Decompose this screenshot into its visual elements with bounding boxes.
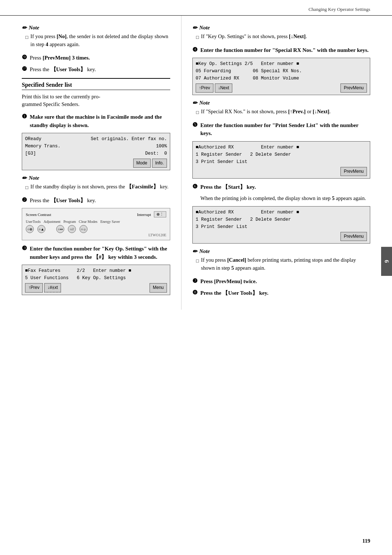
pencil-icon-4: ✏ — [192, 99, 197, 106]
note-4: ✏ Note □ If "Special RX Nos." is not sho… — [192, 99, 370, 116]
lcd-btn-prev3: ↑Prev — [196, 83, 213, 93]
panel-buttons-row: ○⊗ ○▲ ○⇔ ○// ○☼ — [26, 225, 166, 233]
checkbox-icon-4: □ — [196, 109, 199, 116]
energy-saver-btn: ○☼ — [79, 225, 87, 233]
chapter-tab: 6 — [381, 247, 392, 276]
lcd-btn-info: Info. — [152, 159, 167, 168]
step-5-text: Enter the function number for "Print Sen… — [200, 121, 370, 138]
step-3: ❸ Enter the function number for "Key Op.… — [22, 245, 170, 261]
note-5: ✏ Note □ If you press [Cancel] before pr… — [192, 248, 370, 272]
step-5-num: ❺ — [192, 121, 199, 128]
step-6-num: ❻ — [192, 183, 199, 190]
checkbox-icon-5: □ — [196, 257, 199, 265]
pencil-icon-5: ✏ — [192, 248, 197, 255]
step-6: ❻ Press the 【Start】 key. — [192, 183, 370, 191]
section-title: Specified Sender list — [22, 82, 170, 90]
step-3-text: Enter the function number for "Key Op. S… — [30, 245, 170, 261]
step-4-num: ❹ — [192, 46, 199, 53]
checkbox-icon-3: □ — [196, 34, 199, 41]
step-2-num: ❷ — [22, 196, 28, 203]
step-10-num: ❿ — [22, 65, 28, 72]
lcd-screen-4: ■Authorized RX Enter number ■ 1 Register… — [192, 141, 370, 179]
panel-credit: LTWO120E — [26, 233, 166, 237]
note-5-item-1: □ If you press [Cancel] before printing … — [196, 256, 370, 272]
note-4-title: ✏ Note — [192, 99, 370, 106]
adjustment-btn: ○▲ — [37, 225, 45, 233]
checkbox-icon-2: □ — [25, 184, 28, 191]
main-content: ✏ Note □ If you press [No], the sender i… — [0, 16, 392, 310]
panel-labels: UserTools Adjustment Program Clear Modes… — [26, 220, 166, 224]
pencil-icon: ✏ — [22, 24, 26, 31]
step-5: ❺ Enter the function number for "Print S… — [192, 121, 370, 138]
control-panel: Screen Contrast Interrupt ⊕⋮ UserTools A… — [22, 208, 170, 240]
interrupt-icon: ⊕⋮ — [154, 211, 166, 217]
note-3: ✏ Note □ If "Key Op. Settings" is not sh… — [192, 24, 370, 41]
step-1-text: Make sure that the machine is in Facsimi… — [30, 113, 170, 129]
step-4-text: Enter the function number for "Special R… — [200, 46, 368, 54]
section-divider — [22, 78, 170, 79]
page-number: 119 — [362, 538, 370, 544]
step-2: ❷ Press the 【User Tools】 key. — [22, 196, 170, 205]
note-1: ✏ Note □ If you press [No], the sender i… — [22, 24, 170, 49]
step-9-text: Press [PrevMenu] 3 times. — [30, 54, 90, 62]
step-8-text: Press the 【User Tools】 key. — [200, 289, 268, 297]
lcd-screen-5: ■Authorized RX Enter number ■ 1 Register… — [192, 206, 370, 244]
lcd-btn-prev2: ↑Prev — [25, 283, 43, 293]
step-9: ❾ Press [PrevMenu] 3 times. — [22, 54, 170, 62]
lcd-btn-prevmenu3: PrevMenu — [340, 83, 367, 93]
lcd-screen-2: ■Fax Features 2/2 Enter number ■ 5 User … — [22, 265, 170, 295]
lcd-btn-menu2: Menu — [150, 283, 167, 293]
note-2-item-1: □ If the standby display is not shown, p… — [25, 183, 170, 191]
pencil-icon-2: ✏ — [22, 175, 26, 181]
note-5-title: ✏ Note — [192, 248, 370, 255]
section-desc: Print this list to see the currently pro… — [22, 93, 170, 109]
right-column: ✏ Note □ If "Key Op. Settings" is not sh… — [181, 16, 392, 310]
pencil-icon-3: ✏ — [192, 24, 197, 31]
step-10-text: Press the 【User Tools】 key. — [30, 65, 96, 74]
screen-contrast-label: Screen Contrast — [26, 212, 51, 217]
step-1: ❶ Make sure that the machine is in Facsi… — [22, 113, 170, 129]
note-3-item-1: □ If "Key Op. Settings" is not shown, pr… — [196, 33, 370, 41]
step-7-num: ❼ — [192, 277, 199, 284]
lcd-btn-next3: ↓Next — [215, 83, 233, 93]
note-2-title: ✏ Note — [22, 175, 170, 181]
step-8: ❽ Press the 【User Tools】 key. — [192, 289, 370, 297]
lcd-btn-prevmenu5: PrevMenu — [340, 232, 367, 241]
note-1-title: ✏ Note — [22, 24, 170, 31]
note-3-title: ✏ Note — [192, 24, 370, 31]
program-btn: ○⇔ — [56, 225, 64, 233]
lcd-screen-3: ■Key Op. Settings 2/5 Enter number ■ 05 … — [192, 58, 370, 95]
step-6-text: Press the 【Start】 key. — [200, 183, 256, 191]
left-column: ✏ Note □ If you press [No], the sender i… — [0, 16, 181, 310]
lcd-screen-1: OReady Set originals. Enter fax no. Memo… — [22, 133, 170, 170]
step-6-desc: When the printing job is completed, the … — [200, 195, 370, 203]
lcd-btn-mode: Mode — [133, 159, 151, 168]
checkbox-icon: □ — [25, 34, 28, 41]
step-1-num: ❶ — [22, 113, 28, 120]
step-7-text: Press [PrevMenu] twice. — [200, 277, 257, 286]
step-3-num: ❸ — [22, 245, 28, 252]
note-4-item-1: □ If "Special RX Nos." is not shown, pre… — [196, 108, 370, 116]
interrupt-label: Interrupt — [137, 212, 151, 217]
page-header: Changing Key Operator Settings — [0, 0, 392, 16]
step-10: ❿ Press the 【User Tools】 key. — [22, 65, 170, 74]
user-tools-btn: ○⊗ — [26, 225, 34, 233]
lcd-btn-next2: ↓#±xt — [44, 283, 61, 293]
step-2-text: Press the 【User Tools】 key. — [30, 196, 96, 205]
header-text: Changing Key Operator Settings — [309, 7, 370, 12]
step-4: ❹ Enter the function number for "Special… — [192, 46, 370, 54]
step-7: ❼ Press [PrevMenu] twice. — [192, 277, 370, 286]
note-1-item-1: □ If you press [No], the sender is not d… — [25, 33, 170, 49]
note-2: ✏ Note □ If the standby display is not s… — [22, 175, 170, 191]
lcd-btn-prevmenu4: PrevMenu — [340, 167, 367, 176]
step-9-num: ❾ — [22, 54, 28, 61]
step-8-num: ❽ — [192, 289, 199, 296]
clear-modes-btn: ○// — [68, 225, 76, 233]
